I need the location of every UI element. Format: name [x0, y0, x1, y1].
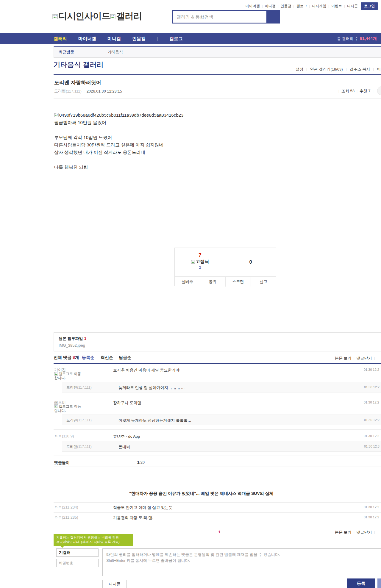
top-link-person-gallery[interactable]: 인물갤: [281, 4, 291, 9]
gallery-links: 설정| 연관 갤러리(18/63)| 갤주소 복사| 이용: [296, 67, 381, 72]
divider: [54, 74, 381, 75]
comment-text: 돈내놔: [118, 444, 130, 450]
divider: [54, 512, 381, 513]
related-galleries-link[interactable]: 연관 갤러리(18/63): [310, 67, 343, 72]
close-comments-link[interactable]: 댓글닫기: [356, 530, 372, 535]
dccon-button[interactable]: 디시콘: [102, 580, 127, 588]
comment-text: 기음갤의 자랑 도.리.맨.: [113, 515, 153, 520]
upvote-area[interactable]: 7 고정닉 2: [175, 252, 225, 270]
total-gallery-count: 총 갤러리 수91,444개: [337, 33, 377, 44]
site-logo[interactable]: 디시인사이드갤러리: [52, 10, 142, 22]
post-author[interactable]: 도리맨: [54, 88, 66, 94]
top-link-dcgame[interactable]: 디시게임: [312, 4, 326, 9]
comment-time: 01.30 12:2: [364, 418, 380, 422]
gallery-settings-link[interactable]: 설정: [296, 67, 303, 72]
guest-nick-notice: 기갤러는 갤러리에서 권장하는 비회원 전용 갤닉네임입니다. (삭제 시 닉네…: [54, 534, 133, 546]
usage-guide-link[interactable]: 이용: [377, 67, 381, 72]
gallog-link[interactable]: 갤로그로 이동합니다.: [54, 404, 82, 413]
silbechu-button[interactable]: 실베추: [175, 277, 200, 287]
top-link-event[interactable]: 이벤트: [331, 4, 342, 9]
sort-replies[interactable]: 답글순: [119, 355, 131, 360]
broken-image-icon: [54, 113, 59, 117]
top-link-mini-gallery[interactable]: 미니갤: [265, 4, 276, 9]
top-link-minor-gallery[interactable]: 마이너갤: [246, 4, 260, 9]
recent-visit-label: 최근방문: [54, 49, 79, 55]
recent-visit-bar: 최근방문 기타음식: [54, 46, 381, 58]
share-button[interactable]: 공유: [200, 277, 225, 287]
comments-total: 전체 댓글 8개: [54, 355, 79, 360]
divider: [54, 456, 381, 456]
ad-headline-link[interactable]: "현대차가 꽁꽁 숨긴 이유가 있었네"... 베일 벗은 제네시스 역대급 S…: [129, 491, 274, 496]
divider: [54, 363, 381, 364]
comment-page-1[interactable]: 1: [218, 530, 220, 534]
sort-registered[interactable]: 등록순: [82, 355, 94, 360]
search-box: [172, 10, 280, 24]
gnb-item-gallog[interactable]: 갤로그: [169, 36, 183, 42]
recent-visit-item[interactable]: 기타음식: [107, 49, 123, 55]
global-nav-bar: 갤러리 마이너갤 미니갤 인물갤 | 갤로그 총 갤러리 수91,444개: [0, 33, 381, 44]
post-body: 0490f719b68a6df420b5c6b011f11a39db7dee8d…: [54, 111, 183, 171]
report-button[interactable]: 신고: [251, 277, 276, 287]
attachment-file[interactable]: IMG_3852.jpeg: [59, 343, 381, 348]
comment-row: 레츠비 갤로그로 이동합니다. 장하구나 도리맨 01.30 12:2: [54, 400, 381, 414]
top-link-gallog[interactable]: 갤로그: [296, 4, 307, 9]
comment-author[interactable]: 도리맨(117.111): [66, 444, 92, 449]
top-utility-bar: 마이너갤| 미니갤| 인물갤| 갤로그| 디시게임| 이벤트| 디시콘 로그인: [246, 2, 378, 10]
post-meta: 도리맨 (117.111) | 2026.01.30 12:23:15: [54, 88, 122, 94]
divider: [54, 396, 381, 396]
logo-text-dcinside: 디시인사이드: [58, 11, 110, 21]
fixed-nick-count: 2: [175, 265, 225, 270]
sort-newest[interactable]: 최신순: [101, 355, 113, 360]
vote-box: 7 고정닉 2 0 실베추 공유 스크랩 신고: [174, 248, 276, 286]
broken-image-icon: [54, 404, 58, 408]
nickname-input[interactable]: [56, 548, 99, 557]
upvote-count: 7: [175, 252, 225, 258]
comment-textarea[interactable]: 타인의 권리를 침해하거나 명예를 훼손하는 댓글은 운영원칙 및 관련 법률에…: [102, 548, 381, 576]
comment-author[interactable]: 도리맨(117.111): [66, 418, 92, 423]
downvote-count[interactable]: 0: [225, 259, 276, 265]
login-button[interactable]: 로그인: [361, 2, 378, 10]
gallery-title[interactable]: 기타음식 갤러리: [54, 60, 103, 69]
view-post-link[interactable]: 본문 보기: [335, 356, 352, 361]
comment-author[interactable]: 도리맨(117.111): [66, 385, 92, 390]
gnb-item-minor[interactable]: 마이너갤: [78, 36, 96, 42]
comment-count-bubble[interactable]: [377, 86, 381, 95]
comment-submit-button[interactable]: 등록: [347, 578, 375, 588]
comment-text: 효녀추 - dc App: [113, 434, 140, 439]
search-input[interactable]: [173, 11, 266, 23]
comment-reply-row: 도리맨(117.111) 돈내놔 01.30 12:3: [62, 441, 381, 452]
comments-header: 전체 댓글 8개 등록순 최신순 답글순 본문 보기| 댓글닫기|: [54, 355, 381, 362]
broken-image-icon: [52, 14, 58, 19]
post-broken-image: 0490f719b68a6df420b5c6b011f11a39db7dee8d…: [54, 111, 183, 119]
comment-reply-row: 도리맨(117.111) 늦게라도 인생 잘 살아가야지 ㅜㅠㅠ… 01.30 …: [62, 382, 381, 392]
post-author-ip: (117.111): [66, 89, 82, 93]
comment-row: ㅇㅇ(211.235) 기음갤의 자랑 도.리.맨. 01.30 12:2: [54, 515, 381, 521]
comment-bot-pagination[interactable]: 1/20: [137, 460, 145, 465]
logo-text-gallery: 갤러리: [116, 11, 142, 21]
divider: [54, 525, 381, 525]
comment-submit-button-secondary[interactable]: 등록: [377, 578, 381, 588]
top-link-dccon[interactable]: 디시콘: [347, 4, 358, 9]
post-date: 2026.01.30 12:23:15: [87, 89, 122, 93]
scrap-button[interactable]: 스크랩: [225, 277, 251, 287]
comment-time: 01.30 12:2: [364, 505, 379, 509]
gnb-item-mini[interactable]: 미니갤: [107, 36, 121, 42]
search-button[interactable]: [266, 11, 279, 23]
comment-text: 늦게라도 인생 잘 살아가야지 ㅜㅠㅠ…: [118, 385, 185, 390]
gnb-item-gallery[interactable]: 갤러리: [54, 36, 67, 42]
comment-time: 01.30 12:2: [364, 385, 380, 389]
broken-image-icon: [110, 14, 115, 19]
attachment-box: 원본 첨부파일1 IMG_3852.jpeg: [54, 332, 381, 351]
view-post-link[interactable]: 본문 보기: [335, 530, 352, 535]
copy-gallery-url-link[interactable]: 갤주소 복사: [350, 67, 370, 72]
gnb-item-person[interactable]: 인물갤: [132, 36, 146, 42]
divider: [54, 98, 381, 98]
gallog-link[interactable]: 갤로그로 이동합니다.: [54, 372, 82, 380]
fixed-nick-label: 고정닉: [175, 259, 225, 265]
close-comments-link[interactable]: 댓글닫기: [356, 356, 372, 361]
comment-text: 이렇게 늦게라도 성장하는거겠지 훌훌훌…: [118, 418, 191, 423]
comment-author: ㅇㅇ(211.234): [54, 505, 78, 510]
post-stats: |조회 53 |추천 7 |: [336, 88, 376, 94]
password-input[interactable]: [56, 559, 99, 567]
comment-bot-name: 댓글돌이: [54, 460, 70, 465]
